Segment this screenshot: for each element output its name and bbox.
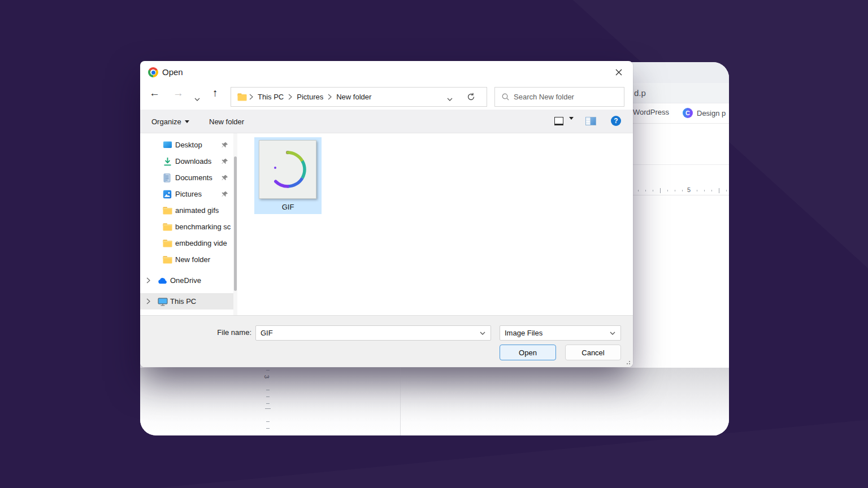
pin-icon: [222, 158, 228, 165]
file-name-label: File name:: [140, 328, 251, 337]
dialog-navigation-row: ← → ↑ This PCPicturesNew folder: [140, 84, 633, 110]
chevron-down-icon: [185, 120, 189, 123]
resize-grip[interactable]: [626, 360, 630, 364]
file-type-value: Image Files: [500, 329, 610, 337]
pin-icon: [222, 191, 228, 198]
folder-icon: [163, 239, 172, 247]
sidebar-item-label: benchmarking sc: [175, 223, 231, 231]
chevron-down-icon[interactable]: [480, 332, 485, 335]
onedrive-icon: [158, 277, 168, 284]
dialog-toolbar: Organize New folder ?: [140, 110, 633, 133]
dialog-title: Open: [162, 67, 183, 77]
sidebar-item-embedding-vide[interactable]: embedding vide: [140, 235, 233, 251]
canva-icon: C: [683, 108, 693, 118]
page-edge-line: [400, 368, 401, 435]
new-folder-label: New folder: [209, 117, 244, 126]
view-mode-icon[interactable]: [554, 117, 563, 125]
sidebar-item-pictures[interactable]: Pictures: [140, 186, 233, 202]
folder-icon: [163, 223, 172, 231]
ruler-label-5: 5: [687, 186, 691, 193]
breadcrumb-item-pictures[interactable]: Pictures: [294, 91, 326, 103]
spinner-graphic: [259, 141, 316, 198]
search-icon: [502, 93, 509, 101]
address-url-fragment: d.p: [634, 88, 646, 98]
search-input[interactable]: [514, 93, 624, 101]
sidebar-item-animated-gifs[interactable]: animated gifs: [140, 202, 233, 219]
dialog-footer: File name: Image Files Open Cancel: [140, 315, 633, 367]
sidebar-item-label: Pictures: [175, 190, 202, 198]
file-item-label: GIF: [254, 203, 322, 211]
file-type-select[interactable]: Image Files: [500, 325, 621, 341]
breadcrumb-chevron-icon: [249, 94, 253, 100]
open-file-dialog: Open ← → ↑ This PCPicturesNew folder: [140, 61, 633, 367]
sidebar-item-onedrive[interactable]: OneDrive: [140, 272, 233, 289]
organize-button[interactable]: Organize: [151, 110, 189, 133]
close-icon[interactable]: [613, 67, 625, 79]
sidebar-item-label: This PC: [170, 297, 196, 306]
recent-locations-chevron-icon[interactable]: [194, 93, 200, 103]
chevron-down-icon: [569, 117, 574, 129]
file-name-combobox: [255, 325, 491, 341]
sidebar-item-new-folder[interactable]: New folder: [140, 251, 233, 268]
breadcrumb-item-new-folder[interactable]: New folder: [334, 91, 374, 103]
navigation-pane: DesktopDownloadsDocumentsPicturesanimate…: [140, 133, 233, 315]
sidebar-scrollbar[interactable]: [233, 133, 237, 315]
sidebar-item-label: embedding vide: [175, 239, 227, 247]
cancel-button[interactable]: Cancel: [565, 345, 621, 360]
address-dropdown-chevron-icon[interactable]: [447, 94, 453, 103]
chevron-right-icon[interactable]: [146, 298, 150, 304]
chevron-down-icon: [610, 332, 615, 335]
preview-pane-icon[interactable]: [585, 117, 596, 125]
open-button[interactable]: Open: [500, 345, 556, 360]
bookmark-wordpress[interactable]: WordPress: [633, 108, 669, 116]
folder-icon: [163, 207, 172, 215]
folder-icon: [163, 256, 172, 264]
sidebar-item-benchmarking-sc[interactable]: benchmarking sc: [140, 219, 233, 235]
pin-icon: [222, 142, 228, 149]
sidebar-item-this-pc[interactable]: This PC: [140, 293, 233, 310]
bookmark-design-label: Design p: [697, 109, 726, 117]
sidebar-item-label: animated gifs: [175, 206, 219, 215]
downloads-icon: [163, 157, 172, 166]
chrome-logo-icon: [148, 67, 158, 77]
up-icon[interactable]: ↑: [212, 88, 218, 98]
sidebar-item-label: Desktop: [175, 141, 202, 149]
file-item-gif[interactable]: GIF: [254, 137, 322, 214]
sidebar-item-documents[interactable]: Documents: [140, 169, 233, 186]
breadcrumb-item-this-pc[interactable]: This PC: [255, 91, 286, 103]
sidebar-item-label: Documents: [175, 173, 212, 182]
bookmark-design[interactable]: C Design p: [683, 108, 726, 118]
file-name-input[interactable]: [256, 329, 480, 337]
breadcrumb-chevron-icon: [288, 94, 292, 100]
chevron-right-icon[interactable]: [146, 277, 150, 284]
view-mode-chevron-icon[interactable]: [569, 120, 574, 130]
pin-icon: [222, 175, 228, 181]
dialog-titlebar: Open: [140, 61, 633, 84]
search-box: [494, 87, 624, 107]
dialog-body: DesktopDownloadsDocumentsPicturesanimate…: [140, 133, 633, 315]
documents-icon: [163, 173, 171, 182]
sidebar-item-desktop[interactable]: Desktop: [140, 137, 233, 153]
refresh-icon[interactable]: [467, 93, 475, 103]
sidebar-item-label: New folder: [175, 255, 210, 264]
sidebar-item-label: Downloads: [175, 157, 211, 165]
pictures-icon: [163, 190, 172, 199]
document-lower-area: [140, 368, 729, 435]
ruler-label-3: 3: [263, 375, 270, 378]
sidebar-scrollbar-thumb[interactable]: [234, 156, 237, 291]
breadcrumb: This PCPicturesNew folder: [231, 87, 487, 107]
desktop-icon: [163, 141, 172, 149]
organize-label: Organize: [151, 117, 181, 126]
file-list: GIF: [237, 133, 633, 315]
sidebar-item-downloads[interactable]: Downloads: [140, 153, 233, 169]
folder-icon: [237, 93, 247, 101]
breadcrumb-chevron-icon: [328, 94, 332, 100]
bookmark-wordpress-label: WordPress: [633, 108, 669, 116]
new-folder-button[interactable]: New folder: [209, 110, 244, 133]
back-icon[interactable]: ←: [149, 88, 160, 98]
sidebar-item-label: OneDrive: [170, 276, 201, 285]
thispc-icon: [158, 297, 168, 306]
forward-icon[interactable]: →: [173, 88, 184, 98]
gif-thumbnail: [259, 140, 316, 199]
help-icon[interactable]: ?: [611, 116, 621, 126]
